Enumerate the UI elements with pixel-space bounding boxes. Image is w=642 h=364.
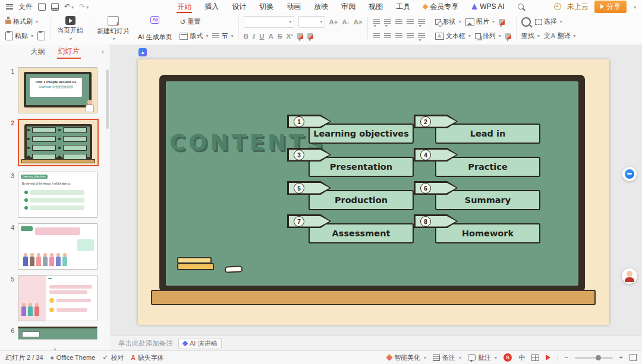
- clear-format-button[interactable]: A×: [354, 18, 363, 26]
- tab-design[interactable]: 设计: [225, 0, 253, 13]
- titlebar-more-icon[interactable]: [632, 3, 636, 10]
- strikethrough-button[interactable]: S: [278, 33, 282, 40]
- italic-button[interactable]: I: [253, 33, 255, 40]
- increase-indent-icon[interactable]: [407, 19, 414, 25]
- reset-button[interactable]: ↺重置: [180, 17, 200, 26]
- tab-wps-ai[interactable]: WPS AI: [465, 0, 511, 13]
- text-effect-icon[interactable]: [297, 33, 303, 39]
- slide-sorter-view-icon[interactable]: [531, 354, 539, 361]
- font-size-combo[interactable]: [298, 16, 325, 28]
- tab-view[interactable]: 视图: [362, 0, 389, 13]
- customer-service-button[interactable]: [622, 268, 637, 284]
- wpp-float-logo-icon[interactable]: ▲: [139, 48, 147, 56]
- missing-fonts-button[interactable]: A缺失字体: [131, 353, 163, 362]
- cloud-sync-icon[interactable]: [554, 3, 561, 10]
- outline-color-icon[interactable]: [505, 33, 511, 39]
- contents-item-4[interactable]: Practice 4: [414, 148, 540, 181]
- app-menu-icon[interactable]: [6, 4, 13, 10]
- grow-font-button[interactable]: A+: [329, 18, 338, 26]
- slide-canvas[interactable]: ▲ CONTENTS Learning objectives 1 Lead in…: [110, 45, 642, 335]
- paste-special-icon[interactable]: [37, 31, 45, 40]
- slide-thumbnail-1[interactable]: Unit 1 People around us Grammar 学会使用比较级: [18, 67, 97, 113]
- print-icon[interactable]: [51, 3, 59, 11]
- font-family-combo[interactable]: [244, 16, 294, 28]
- contents-item-1[interactable]: Learning objectives 1: [287, 115, 414, 148]
- bullets-icon[interactable]: [373, 19, 380, 25]
- decrease-indent-icon[interactable]: [395, 19, 402, 25]
- contents-item-3[interactable]: Presentation 3: [287, 148, 414, 181]
- align-left-icon[interactable]: [373, 33, 380, 39]
- fit-to-window-icon[interactable]: [630, 354, 637, 361]
- contents-item-7[interactable]: Assessment 7: [287, 214, 414, 248]
- ai-speech-button[interactable]: AI 演讲稿: [178, 338, 222, 349]
- notes-placeholder[interactable]: 单击此处添加备注: [118, 339, 173, 348]
- collapse-panel-icon[interactable]: ‹: [102, 48, 104, 56]
- smart-beautify-button[interactable]: 智能美化: [387, 353, 426, 362]
- wps-logo-icon[interactable]: S: [503, 353, 512, 362]
- select-button[interactable]: 选择: [535, 17, 562, 26]
- font-color-button[interactable]: A: [269, 33, 273, 40]
- outline-tab[interactable]: 大纲: [30, 46, 46, 58]
- contents-item-5[interactable]: Production 5: [287, 181, 414, 214]
- comments-toggle-button[interactable]: 批注: [468, 353, 497, 362]
- find-button[interactable]: 查找: [521, 31, 540, 40]
- slideshow-play-icon[interactable]: [546, 354, 550, 360]
- numbering-icon[interactable]: [384, 19, 391, 25]
- tab-review[interactable]: 审阅: [335, 0, 362, 13]
- panel-scrollbar[interactable]: [106, 69, 109, 129]
- superscript-button[interactable]: X²: [287, 33, 294, 40]
- tab-insert[interactable]: 插入: [198, 0, 225, 13]
- underline-button[interactable]: U: [259, 33, 264, 40]
- new-slide-button[interactable]: 新建幻灯片: [95, 15, 131, 42]
- cloud-status[interactable]: 未上云: [567, 2, 588, 12]
- shapes-button[interactable]: 形状: [435, 17, 461, 26]
- file-menu[interactable]: 文件: [18, 2, 33, 12]
- tab-tools[interactable]: 工具: [389, 0, 417, 13]
- play-current-button[interactable]: 当页开始: [55, 15, 85, 42]
- paste-button[interactable]: 粘贴: [5, 31, 33, 40]
- slide-thumbnail-2[interactable]: [18, 119, 99, 166]
- find-magnifier-icon[interactable]: [521, 17, 531, 27]
- picture-button[interactable]: 图片: [465, 17, 495, 26]
- slide-2[interactable]: CONTENTS Learning objectives 1 Lead in 2…: [138, 59, 609, 325]
- align-right-icon[interactable]: [395, 33, 402, 39]
- contents-item-2[interactable]: Lead in 2: [414, 115, 540, 148]
- section-button[interactable]: 节: [212, 31, 233, 40]
- tab-animation[interactable]: 动画: [280, 0, 307, 13]
- ribbon-search-button[interactable]: [511, 0, 530, 13]
- tab-transition[interactable]: 切换: [253, 0, 280, 13]
- zoom-slider[interactable]: [575, 357, 613, 359]
- text-direction-icon[interactable]: [418, 33, 425, 39]
- tab-home[interactable]: 开始: [171, 0, 198, 13]
- contents-item-8[interactable]: Homework 8: [414, 214, 540, 248]
- format-painter-button[interactable]: 格式刷: [5, 17, 38, 26]
- slide-thumbnail-4[interactable]: [18, 223, 97, 270]
- align-center-icon[interactable]: [384, 33, 391, 39]
- bold-button[interactable]: B: [244, 33, 248, 40]
- fill-color-icon[interactable]: [499, 19, 505, 25]
- undo-button[interactable]: ↶: [64, 3, 74, 10]
- notes-bar[interactable]: 单击此处添加备注 AI 演讲稿: [110, 335, 642, 350]
- arrange-button[interactable]: 排列: [475, 31, 501, 40]
- save-icon[interactable]: [38, 3, 46, 11]
- slides-tab[interactable]: 幻灯片: [57, 45, 81, 59]
- slide-thumbnail-3[interactable]: Learning objectives By the end of the le…: [18, 172, 97, 218]
- contents-item-6[interactable]: Summary 6: [414, 181, 540, 214]
- zoom-slider-thumb[interactable]: [596, 355, 601, 360]
- line-spacing-icon[interactable]: [418, 19, 425, 25]
- proofread-button[interactable]: ✓校对: [102, 353, 124, 362]
- tab-slideshow[interactable]: 放映: [307, 0, 335, 13]
- zoom-in-button[interactable]: +: [619, 354, 623, 361]
- share-button[interactable]: 分享: [594, 1, 627, 13]
- slide-thumbnail-5[interactable]: [18, 275, 97, 321]
- notes-toggle-button[interactable]: 备注: [433, 353, 461, 362]
- slide-thumbnail-6[interactable]: [18, 327, 97, 340]
- zoom-out-button[interactable]: −: [564, 354, 568, 361]
- textbox-button[interactable]: A文本框: [435, 31, 471, 40]
- ai-assistant-button[interactable]: [622, 167, 637, 181]
- redo-button[interactable]: ↷: [79, 3, 89, 10]
- theme-button[interactable]: ◆Office Theme: [51, 354, 96, 361]
- layout-button[interactable]: 版式: [180, 31, 208, 40]
- shrink-font-button[interactable]: A-: [342, 18, 350, 26]
- highlight-icon[interactable]: [307, 33, 313, 39]
